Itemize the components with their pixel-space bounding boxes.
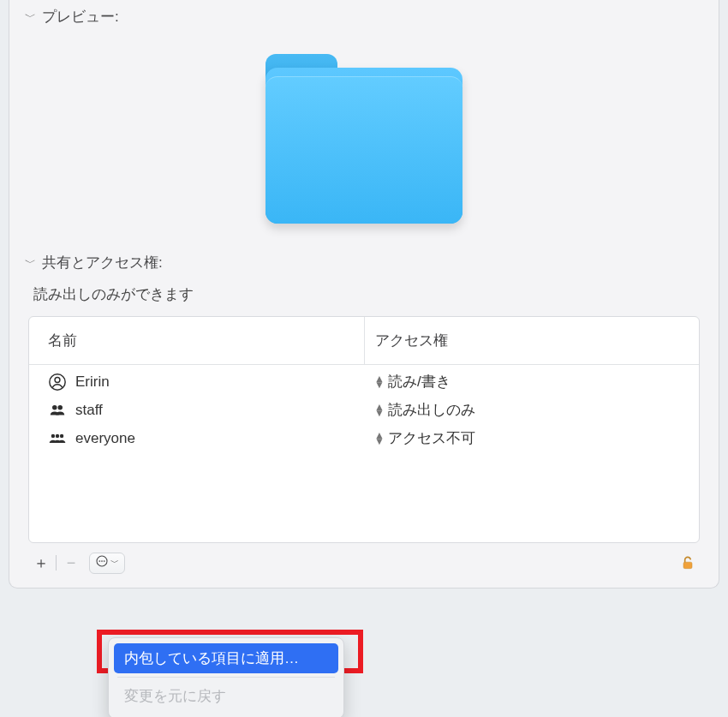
svg-point-4: [51, 433, 55, 437]
action-menu-button[interactable]: ﹀: [89, 553, 125, 574]
ellipsis-circle-icon: [95, 554, 109, 572]
separator: [117, 677, 335, 678]
chevron-down-icon[interactable]: ﹀: [25, 9, 37, 25]
action-popup-menu: 内包している項目に適用… 変更を元に戻す: [108, 637, 344, 717]
svg-point-2: [52, 405, 57, 410]
svg-point-9: [101, 560, 103, 562]
permissions-toolbar: ＋ − ﹀: [28, 548, 700, 577]
menu-item-revert-changes: 変更を元に戻す: [114, 681, 338, 711]
lock-button[interactable]: [679, 553, 700, 572]
privilege-selector[interactable]: ▲▼ 読み出しのみ: [374, 400, 689, 420]
column-header-name[interactable]: 名前: [29, 317, 364, 365]
permissions-summary: 読み出しのみができます: [9, 279, 719, 316]
up-down-stepper-icon: ▲▼: [374, 404, 385, 416]
separator: [56, 555, 57, 571]
table-row[interactable]: staff ▲▼ 読み出しのみ: [29, 396, 699, 424]
unlocked-icon: [679, 553, 696, 572]
svg-point-3: [57, 405, 63, 410]
column-header-privilege[interactable]: アクセス権: [364, 317, 699, 365]
svg-rect-11: [683, 562, 692, 569]
user-name: staff: [75, 402, 103, 419]
svg-point-1: [55, 377, 60, 382]
privilege-value: 読み/書き: [388, 372, 451, 391]
sharing-section-header[interactable]: ﹀ 共有とアクセス権:: [9, 246, 719, 279]
user-name: everyone: [75, 430, 135, 447]
user-name: Eririn: [75, 373, 110, 391]
sharing-title: 共有とアクセス権:: [42, 253, 163, 272]
preview-title: プレビュー:: [42, 7, 119, 27]
svg-point-5: [56, 433, 59, 437]
table-row[interactable]: Eririn ▲▼ 読み/書き: [29, 365, 699, 397]
privilege-value: アクセス不可: [388, 428, 475, 448]
preview-section-header[interactable]: ﹀ プレビュー:: [9, 0, 719, 33]
table-row[interactable]: everyone ▲▼ アクセス不可: [29, 424, 699, 542]
menu-item-apply-enclosed[interactable]: 内包している項目に適用…: [114, 643, 338, 673]
preview-area: [9, 33, 719, 246]
up-down-stepper-icon: ▲▼: [374, 433, 385, 445]
svg-point-10: [104, 560, 105, 562]
privilege-value: 読み出しのみ: [388, 400, 475, 420]
chevron-down-icon[interactable]: ﹀: [25, 255, 37, 271]
group-icon: [48, 401, 67, 420]
folder-icon: [266, 54, 462, 225]
permissions-table: 名前 アクセス権 Eririn: [28, 316, 700, 543]
everyone-icon: [48, 429, 67, 448]
person-icon: [48, 373, 67, 391]
add-button[interactable]: ＋: [28, 552, 54, 574]
svg-point-6: [60, 433, 63, 437]
remove-button[interactable]: −: [58, 552, 84, 574]
privilege-selector[interactable]: ▲▼ アクセス不可: [374, 428, 689, 448]
svg-point-8: [98, 560, 100, 562]
privilege-selector[interactable]: ▲▼ 読み/書き: [374, 372, 689, 391]
info-panel: ﹀ プレビュー: ﹀ 共有とアクセス権: 読み出しのみができます 名前 アクセス…: [9, 0, 719, 589]
chevron-down-icon: ﹀: [110, 557, 119, 569]
up-down-stepper-icon: ▲▼: [374, 376, 385, 388]
